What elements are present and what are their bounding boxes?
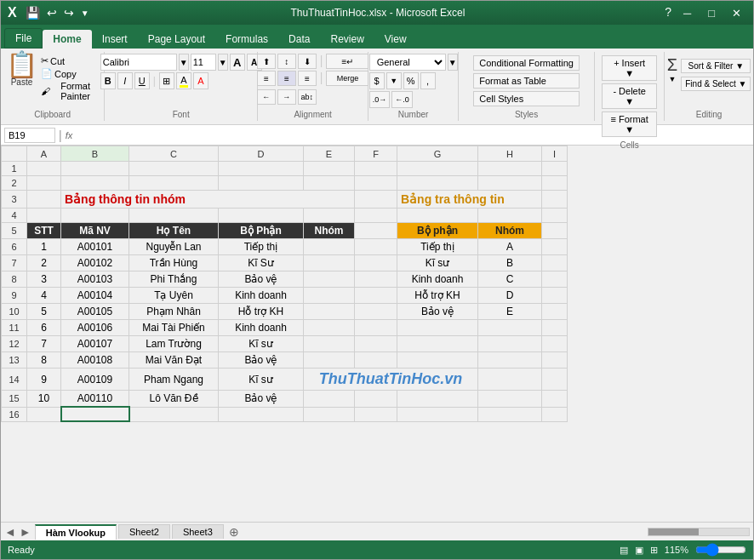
cell-F12[interactable] — [355, 336, 397, 352]
col-header-F[interactable]: F — [355, 146, 397, 162]
cell-C8[interactable]: Phi Thắng — [129, 271, 219, 288]
cell-C2[interactable] — [129, 176, 219, 191]
cell-A11[interactable]: 6 — [27, 320, 61, 336]
tab-view[interactable]: View — [374, 30, 417, 49]
cell-H4[interactable] — [478, 209, 542, 223]
customize-quick-btn[interactable]: ▼ — [79, 9, 91, 18]
cell-D14[interactable]: Kĩ sư — [219, 369, 304, 391]
align-bottom-btn[interactable]: ⬇ — [298, 54, 317, 69]
cell-G13[interactable] — [397, 352, 478, 369]
cell-H6[interactable]: A — [478, 239, 542, 255]
cell-C11[interactable]: Mai Tài Phiến — [129, 320, 219, 336]
cell-B2[interactable] — [61, 176, 129, 191]
cell-I7[interactable] — [542, 255, 568, 271]
tab-file[interactable]: File — [4, 28, 43, 49]
cell-D6[interactable]: Tiếp thị — [219, 239, 304, 255]
minimize-btn[interactable]: ─ — [678, 5, 696, 21]
cell-F8[interactable] — [355, 271, 397, 288]
cell-I15[interactable] — [542, 391, 568, 408]
cell-B6[interactable]: A00101 — [61, 239, 129, 255]
cell-A12[interactable]: 7 — [27, 336, 61, 352]
merge-center-btn[interactable]: Merge — [326, 71, 368, 86]
align-center-btn[interactable]: ≡ — [277, 71, 296, 86]
cell-H13[interactable] — [478, 352, 542, 369]
cell-B5[interactable]: Mã NV — [61, 223, 129, 239]
cell-A13[interactable]: 8 — [27, 352, 61, 369]
cell-C5[interactable]: Họ Tên — [129, 223, 219, 239]
cell-D1[interactable] — [219, 162, 304, 176]
cell-D10[interactable]: Hỗ trợ KH — [219, 304, 304, 320]
cell-F9[interactable] — [355, 288, 397, 304]
cell-C1[interactable] — [129, 162, 219, 176]
cut-button[interactable]: ✂ Cut — [41, 55, 99, 66]
name-box[interactable] — [4, 128, 55, 143]
cell-F3[interactable] — [355, 191, 397, 209]
align-top-btn[interactable]: ⬆ — [257, 54, 276, 69]
cell-A3[interactable] — [27, 191, 61, 209]
cell-H12[interactable] — [478, 336, 542, 352]
cell-C13[interactable]: Mai Văn Đạt — [129, 352, 219, 369]
tab-home[interactable]: Home — [43, 30, 91, 49]
cell-I10[interactable] — [542, 304, 568, 320]
italic-btn[interactable]: I — [117, 72, 133, 89]
cell-G4[interactable] — [397, 209, 478, 223]
cell-D7[interactable]: Kĩ Sư — [219, 255, 304, 271]
cell-D15[interactable]: Bảo vệ — [219, 391, 304, 408]
cell-H7[interactable]: B — [478, 255, 542, 271]
cell-G3[interactable]: Bảng tra thông tin — [397, 191, 542, 209]
cell-C9[interactable]: Tạ Uyên — [129, 288, 219, 304]
cell-F11[interactable] — [355, 320, 397, 336]
align-left-btn[interactable]: ≡ — [257, 71, 276, 86]
cell-I14[interactable] — [542, 369, 568, 391]
col-header-E[interactable]: E — [304, 146, 355, 162]
cell-D13[interactable]: Bảo vệ — [219, 352, 304, 369]
indent-increase-btn[interactable]: → — [277, 89, 296, 105]
font-name-input[interactable] — [100, 54, 177, 71]
cell-G15[interactable] — [397, 391, 478, 408]
cell-F5[interactable] — [355, 223, 397, 239]
cell-G2[interactable] — [397, 176, 478, 191]
col-header-C[interactable]: C — [129, 146, 219, 162]
cell-E1[interactable] — [304, 162, 355, 176]
add-sheet-icon[interactable]: ⊕ — [229, 525, 239, 539]
decrease-decimal-btn[interactable]: ←.0 — [391, 91, 413, 108]
align-right-btn[interactable]: ≡ — [298, 71, 317, 86]
cell-I2[interactable] — [542, 176, 568, 191]
cell-H14[interactable] — [478, 369, 542, 391]
tab-data[interactable]: Data — [278, 30, 320, 49]
cell-H16[interactable] — [478, 407, 542, 421]
cell-H9[interactable]: D — [478, 288, 542, 304]
cell-E14[interactable]: ThuThuatTinHoc.vn — [304, 369, 478, 391]
cell-A8[interactable]: 3 — [27, 271, 61, 288]
cell-I3[interactable] — [542, 191, 568, 209]
cell-E11[interactable] — [304, 320, 355, 336]
format-painter-button[interactable]: 🖌 Format Painter — [41, 81, 99, 101]
underline-btn[interactable]: U — [134, 72, 150, 89]
cell-C16[interactable] — [129, 407, 219, 421]
currency-dropdown[interactable]: ▼ — [386, 72, 402, 89]
cell-G11[interactable] — [397, 320, 478, 336]
cell-I16[interactable] — [542, 407, 568, 421]
tab-insert[interactable]: Insert — [92, 30, 138, 49]
cell-E5[interactable]: Nhóm — [304, 223, 355, 239]
copy-button[interactable]: 📄 Copy — [41, 68, 99, 79]
cell-C6[interactable]: Nguyễn Lan — [129, 239, 219, 255]
cell-C15[interactable]: Lô Văn Đề — [129, 391, 219, 408]
cell-G8[interactable]: Kinh doanh — [397, 271, 478, 288]
cell-F13[interactable] — [355, 352, 397, 369]
cell-B14[interactable]: A00109 — [61, 369, 129, 391]
number-format-dropdown[interactable]: ▼ — [448, 54, 458, 71]
conditional-formatting-btn[interactable]: Conditional Formatting — [473, 55, 580, 71]
redo-quick-btn[interactable]: ↪ — [62, 6, 76, 20]
cell-D9[interactable]: Kinh doanh — [219, 288, 304, 304]
cell-E7[interactable] — [304, 255, 355, 271]
cell-I13[interactable] — [542, 352, 568, 369]
tab-formulas[interactable]: Formulas — [215, 30, 278, 49]
increase-decimal-btn[interactable]: .0→ — [369, 91, 391, 108]
format-as-table-btn[interactable]: Format as Table — [473, 73, 580, 89]
close-btn[interactable]: ✕ — [727, 5, 746, 21]
cell-I4[interactable] — [542, 209, 568, 223]
cell-C7[interactable]: Trần Hùng — [129, 255, 219, 271]
tab-page-layout[interactable]: Page Layout — [138, 30, 215, 49]
delete-cells-btn[interactable]: - Delete ▼ — [602, 83, 657, 109]
